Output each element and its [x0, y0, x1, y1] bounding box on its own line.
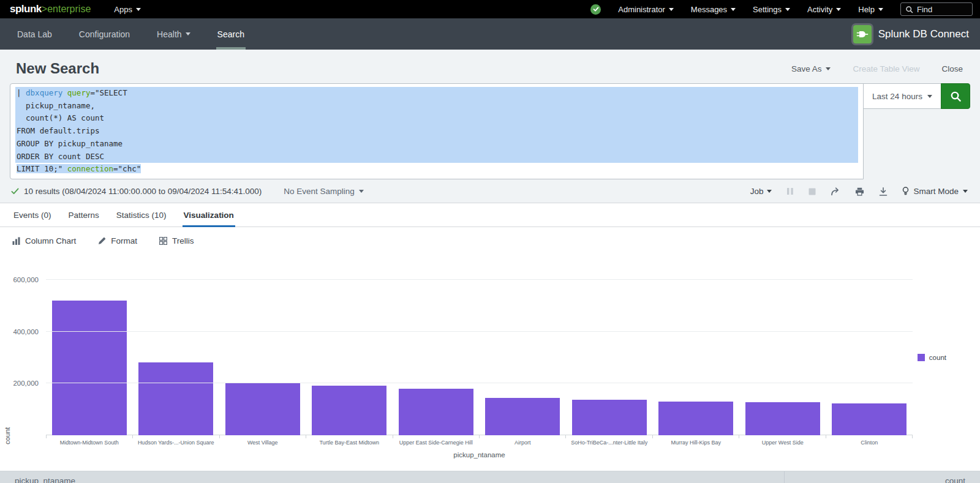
nav-item-health[interactable]: Health: [143, 18, 203, 50]
health-status-icon[interactable]: [590, 4, 601, 15]
menu-administrator[interactable]: Administrator: [618, 5, 674, 14]
tab-patterns[interactable]: Patterns: [60, 203, 108, 227]
legend-label: count: [929, 354, 946, 361]
stop-button[interactable]: [809, 188, 816, 195]
pencil-icon: [98, 237, 106, 245]
chevron-down-icon: [767, 190, 772, 193]
print-button[interactable]: [855, 187, 864, 196]
chart-type-button[interactable]: Column Chart: [12, 236, 76, 245]
tab-label: Patterns: [69, 211, 99, 220]
query-line: ORDER BY count DESC: [15, 151, 858, 163]
menu-label: Settings: [753, 5, 782, 14]
query-token: GROUP BY pickup_ntaname: [17, 139, 123, 148]
format-button[interactable]: Format: [98, 236, 137, 245]
chart-type-label: Column Chart: [25, 236, 76, 245]
trellis-button[interactable]: Trellis: [159, 236, 194, 245]
column-header-pickup-ntaname[interactable]: pickup_ntaname: [0, 471, 784, 483]
event-sampling-dropdown[interactable]: No Event Sampling: [284, 187, 364, 196]
chevron-down-icon: [836, 8, 841, 11]
query-line: LIMIT 10;" connection="chc": [15, 163, 858, 176]
job-menu[interactable]: Job: [750, 187, 772, 196]
query-token: pickup_ntaname,: [17, 101, 95, 110]
column-header-count[interactable]: count: [784, 471, 980, 483]
bar-7[interactable]: [572, 400, 647, 435]
query-token: |: [17, 88, 26, 97]
bar-slot: [133, 267, 220, 435]
menu-activity[interactable]: Activity: [807, 5, 841, 14]
bar-4[interactable]: [312, 386, 386, 435]
tab-label: Visualization: [184, 211, 234, 220]
tab-events[interactable]: Events (0): [5, 203, 60, 227]
bar-9[interactable]: [745, 402, 820, 435]
y-tick-label: 400,000: [13, 328, 39, 335]
gridline: [46, 279, 913, 280]
apps-menu[interactable]: Apps: [114, 5, 141, 14]
query-line: GROUP BY pickup_ntaname: [15, 138, 858, 151]
menu-help[interactable]: Help: [858, 5, 883, 14]
pause-icon: [786, 187, 794, 195]
x-tick: [393, 435, 480, 438]
legend-item-count[interactable]: count: [918, 354, 946, 361]
results-summary-text: 10 results (08/04/2024 11:00:00.000 to 0…: [24, 187, 262, 196]
time-range-label: Last 24 hours: [872, 92, 922, 101]
find-input[interactable]: [917, 5, 968, 14]
nav-item-data-lab[interactable]: Data Lab: [0, 18, 66, 50]
close-label: Close: [941, 64, 963, 73]
app-title: Splunk DB Connect: [878, 28, 969, 40]
app-identity[interactable]: Splunk DB Connect: [853, 18, 969, 50]
top-system-bar: splunk>enterprise Apps Administrator Mes…: [0, 0, 980, 18]
chart-plot-area: 200,000400,000600,000: [46, 267, 913, 435]
run-search-button[interactable]: [941, 83, 970, 109]
search-query-editor[interactable]: | dbxquery query="SELECT pickup_ntaname,…: [10, 83, 864, 179]
export-button[interactable]: [879, 187, 888, 196]
pause-button[interactable]: [786, 187, 794, 195]
chevron-down-icon: [785, 8, 790, 11]
close-button[interactable]: Close: [941, 64, 963, 73]
create-table-view-button[interactable]: Create Table View: [853, 64, 919, 73]
bar-6[interactable]: [485, 398, 560, 435]
chart-bars: [46, 267, 913, 435]
stop-icon: [809, 188, 816, 195]
x-category-label: Hudson Yards-...-Union Square: [133, 440, 220, 446]
tab-statistics[interactable]: Statistics (10): [108, 203, 175, 227]
time-range-picker[interactable]: Last 24 hours: [863, 83, 941, 109]
tab-visualization[interactable]: Visualization: [175, 203, 243, 227]
query-line: FROM default.trips: [15, 125, 858, 138]
logo-brand: splunk: [10, 3, 42, 15]
bar-slot: [219, 267, 306, 435]
menu-settings[interactable]: Settings: [753, 5, 790, 14]
x-axis-ticks: [46, 435, 913, 438]
save-as-button[interactable]: Save As: [791, 64, 831, 73]
search-mode-dropdown[interactable]: Smart Mode: [902, 187, 968, 196]
bar-3[interactable]: [225, 383, 300, 435]
query-token: query: [67, 88, 91, 97]
x-category-label: Turtle Bay-East Midtown: [306, 440, 393, 446]
nav-label: Search: [217, 29, 244, 39]
y-axis-title: count: [4, 427, 11, 444]
nav-item-search[interactable]: Search: [204, 18, 258, 50]
query-token: FROM default.trips: [17, 126, 99, 135]
splunk-logo[interactable]: splunk>enterprise: [10, 3, 91, 15]
chevron-down-icon: [669, 8, 674, 11]
bar-8[interactable]: [658, 402, 733, 435]
results-status-bar: 10 results (08/04/2024 11:00:00.000 to 0…: [0, 179, 980, 203]
visualization-toolbar: Column Chart Format Trellis: [0, 227, 980, 249]
bar-5[interactable]: [399, 389, 473, 435]
search-section: | dbxquery query="SELECT pickup_ntaname,…: [0, 80, 980, 179]
nav-item-configuration[interactable]: Configuration: [66, 18, 143, 50]
menu-messages[interactable]: Messages: [691, 5, 736, 14]
bar-1[interactable]: [52, 301, 127, 435]
legend-swatch: [918, 354, 925, 361]
query-token: connection: [67, 164, 113, 173]
column-chart: count 200,000400,000600,000 Midtown-Midt…: [0, 249, 980, 471]
find-search-box[interactable]: [900, 2, 973, 16]
menu-label: Activity: [807, 5, 832, 14]
x-axis-labels: Midtown-Midtown SouthHudson Yards-...-Un…: [46, 440, 913, 446]
bar-slot: [306, 267, 393, 435]
bar-10[interactable]: [832, 403, 907, 435]
chevron-down-icon: [963, 190, 968, 193]
share-button[interactable]: [831, 187, 840, 196]
query-token: ="SELECT: [90, 88, 127, 97]
success-check-icon: [11, 187, 19, 195]
bar-2[interactable]: [138, 362, 213, 435]
